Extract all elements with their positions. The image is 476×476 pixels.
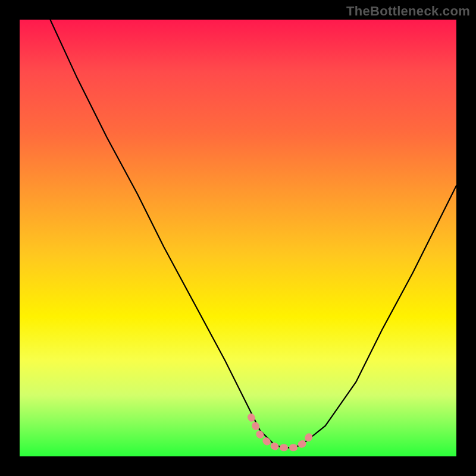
curve-layer <box>20 20 456 456</box>
main-curve <box>50 20 456 447</box>
chart-container: TheBottleneck.com <box>0 0 476 476</box>
plot-area <box>20 20 456 456</box>
base-marker <box>251 417 312 447</box>
watermark-text: TheBottleneck.com <box>346 4 470 19</box>
